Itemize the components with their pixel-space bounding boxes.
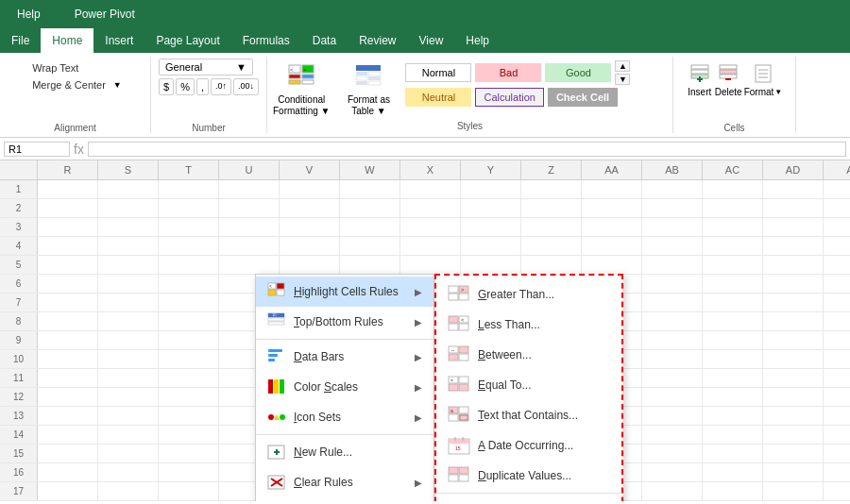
ribbon-tab-file[interactable]: File [0,28,41,53]
cell-T15[interactable] [159,445,219,463]
col-header-T[interactable]: T [159,160,219,179]
cell-Z2[interactable] [521,199,582,218]
cell-R4[interactable] [38,237,98,256]
menu-managerules[interactable]: Manage Rules... [256,497,434,501]
cell-AA1[interactable] [582,180,642,199]
cell-AB11[interactable] [642,369,703,388]
cell-AC5[interactable] [703,256,763,275]
cell-R11[interactable] [38,369,98,388]
ribbon-tab-insert[interactable]: Insert [94,28,144,53]
help-menu[interactable]: Help [9,4,48,25]
formula-input[interactable] [88,142,846,157]
cell-AB16[interactable] [642,463,703,482]
ribbon-tab-home[interactable]: Home [41,28,94,53]
style-neutral[interactable]: Neutral [405,88,471,107]
cell-T10[interactable] [159,350,219,369]
col-header-AD[interactable]: AD [763,160,824,179]
cell-Y4[interactable] [461,237,521,256]
cell-V4[interactable] [280,237,340,256]
col-header-V[interactable]: V [280,160,340,179]
cell-AC6[interactable] [703,275,763,294]
col-header-S[interactable]: S [98,160,159,179]
cell-T1[interactable] [159,180,219,199]
cell-S12[interactable] [98,388,159,407]
cell-Y3[interactable] [461,218,521,237]
cell-AD14[interactable] [763,426,824,445]
cell-AC16[interactable] [703,463,763,482]
submenu-textcontains[interactable]: a Text that Contains... [436,400,621,430]
style-scroll-up[interactable]: ▲ [615,60,630,72]
cell-Z5[interactable] [521,256,582,275]
cell-S16[interactable] [98,463,159,482]
cell-AD13[interactable] [763,407,824,426]
cell-AE4[interactable] [824,237,850,256]
format-btn[interactable]: Format ▼ [744,60,783,97]
col-header-AA[interactable]: AA [582,160,642,179]
cell-V1[interactable] [280,180,340,199]
cell-T6[interactable] [159,275,219,294]
menu-colorscales[interactable]: Color Scales ▶ [256,372,434,402]
cell-AB2[interactable] [642,199,703,218]
cell-AB6[interactable] [642,275,703,294]
cell-R12[interactable] [38,388,98,407]
cell-AD4[interactable] [763,237,824,256]
insert-btn[interactable]: Insert [687,60,713,97]
cell-AE5[interactable] [824,256,850,275]
cell-AD15[interactable] [763,445,824,463]
cell-AD8[interactable] [763,312,824,331]
cell-W2[interactable] [340,199,400,218]
cell-AE8[interactable] [824,312,850,331]
cell-AB8[interactable] [642,312,703,331]
cell-AE9[interactable] [824,331,850,350]
col-header-AC[interactable]: AC [703,160,763,179]
cell-T2[interactable] [159,199,219,218]
cell-S14[interactable] [98,426,159,445]
cell-AE17[interactable] [824,482,850,501]
cell-S17[interactable] [98,482,159,501]
cell-AC12[interactable] [703,388,763,407]
dec-inc-btn[interactable]: .0↑ [211,78,231,95]
cell-S8[interactable] [98,312,159,331]
cell-AE10[interactable] [824,350,850,369]
menu-topbottom[interactable]: 10 Top/Bottom Rules ▶ [256,307,434,337]
dollar-btn[interactable]: $ [159,78,174,95]
cell-AA3[interactable] [582,218,642,237]
cell-Z1[interactable] [521,180,582,199]
col-header-Y[interactable]: Y [461,160,521,179]
cell-AC11[interactable] [703,369,763,388]
col-header-Z[interactable]: Z [521,160,582,179]
submenu-between[interactable]: ↔ Between... [436,340,621,370]
cell-AB10[interactable] [642,350,703,369]
cell-AC15[interactable] [703,445,763,463]
cell-R14[interactable] [38,426,98,445]
cell-AC9[interactable] [703,331,763,350]
cell-T7[interactable] [159,294,219,312]
name-box[interactable] [4,142,70,157]
submenu-greater[interactable]: > Greater Than... [436,279,621,310]
cell-S2[interactable] [98,199,159,218]
cell-T4[interactable] [159,237,219,256]
cell-R13[interactable] [38,407,98,426]
cell-AE6[interactable] [824,275,850,294]
cell-AD9[interactable] [763,331,824,350]
power-pivot-menu[interactable]: Power Pivot [67,4,143,25]
cell-U3[interactable] [219,218,280,237]
merge-dropdown-icon[interactable]: ▼ [113,80,122,90]
cell-V2[interactable] [280,199,340,218]
cell-AD1[interactable] [763,180,824,199]
cell-S9[interactable] [98,331,159,350]
ribbon-tab-data[interactable]: Data [301,28,348,53]
cell-T9[interactable] [159,331,219,350]
cell-AC1[interactable] [703,180,763,199]
cell-R5[interactable] [38,256,98,275]
cell-AE16[interactable] [824,463,850,482]
cell-W5[interactable] [340,256,400,275]
cell-AC2[interactable] [703,199,763,218]
submenu-equal[interactable]: = Equal To... [436,370,621,400]
menu-databars[interactable]: Data Bars ▶ [256,342,434,372]
cell-X1[interactable] [400,180,461,199]
cell-AC10[interactable] [703,350,763,369]
cell-R7[interactable] [38,294,98,312]
cell-W3[interactable] [340,218,400,237]
submenu-duplicate[interactable]: Duplicate Values... [436,461,621,491]
